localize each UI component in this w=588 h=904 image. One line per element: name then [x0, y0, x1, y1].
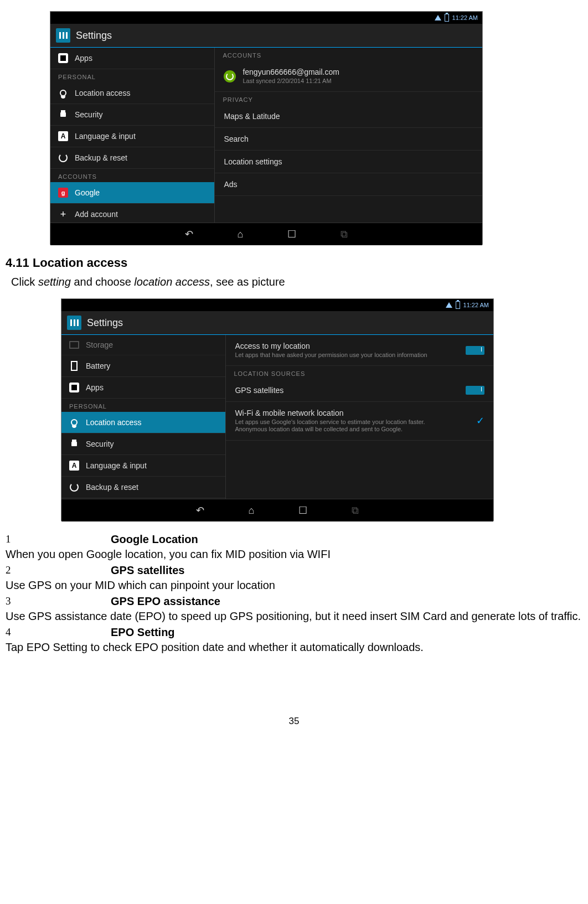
app-bar: Settings: [50, 24, 482, 48]
sidebar-item-location-access[interactable]: Location access: [50, 82, 214, 104]
list-desc: Use GPS on your MID which can pinpoint y…: [6, 578, 582, 593]
list-number: 2: [6, 563, 111, 578]
status-bar: 11:22 AM: [61, 299, 493, 311]
row-subtitle: Let apps use Google's location service t…: [235, 419, 434, 433]
row-access-location[interactable]: Access to my location Let apps that have…: [226, 335, 493, 366]
back-button[interactable]: ↶: [196, 504, 204, 516]
lock-icon: [69, 439, 79, 449]
backup-icon: [69, 482, 79, 492]
sidebar-item-backup[interactable]: Backup & reset: [61, 477, 225, 498]
plus-icon: [58, 209, 68, 219]
instruction-list: 1Google Location When you open Google lo…: [6, 532, 582, 655]
sidebar-item-label: Security: [75, 110, 103, 119]
list-desc: Tap EPO Setting to check EPO position da…: [6, 640, 582, 655]
settings-sidebar: Storage Battery Apps PERSONAL Location a…: [61, 335, 226, 499]
sidebar-item-label: Google: [75, 188, 100, 197]
language-icon: [58, 131, 68, 141]
list-number: 4: [6, 625, 111, 640]
switch-on[interactable]: [466, 346, 484, 355]
apps-icon: [58, 53, 68, 63]
sidebar-item-storage[interactable]: Storage: [61, 335, 225, 355]
settings-icon: [67, 316, 81, 330]
sidebar-item-location-access[interactable]: Location access: [61, 412, 225, 433]
sidebar-item-google[interactable]: Google: [50, 182, 214, 204]
home-button[interactable]: ⌂: [249, 505, 255, 516]
settings-sidebar: Apps PERSONAL Location access Security L…: [50, 48, 215, 223]
lock-icon: [58, 110, 68, 120]
recent-button[interactable]: ☐: [298, 504, 307, 516]
page-number: 35: [6, 716, 582, 727]
row-title: GPS satellites: [235, 386, 283, 395]
sidebar-item-language[interactable]: Language & input: [50, 126, 214, 147]
switch-on[interactable]: [466, 386, 484, 395]
backup-icon: [58, 153, 68, 163]
sync-icon: [224, 70, 236, 82]
list-desc: Use GPS assistance date (EPO) to speed u…: [6, 609, 582, 624]
sidebar-category-accounts: ACCOUNTS: [61, 498, 225, 499]
detail-pane: ACCOUNTS fengyun666666@gmail.com Last sy…: [215, 48, 482, 223]
row-gps[interactable]: GPS satellites: [226, 379, 493, 402]
list-number: 3: [6, 594, 111, 609]
row-ads[interactable]: Ads: [215, 173, 482, 196]
section-heading: 4.11 Location access: [6, 256, 582, 270]
row-location-settings[interactable]: Location settings: [215, 151, 482, 173]
row-maps[interactable]: Maps & Latitude: [215, 105, 482, 128]
sidebar-category-personal: PERSONAL: [50, 69, 214, 82]
detail-category-privacy: PRIVACY: [215, 92, 482, 105]
screenshot-button[interactable]: ⧉: [352, 505, 359, 516]
battery-icon: [456, 301, 460, 309]
screenshot-google-account: 11:22 AM Settings Apps PERSONAL Location…: [50, 11, 483, 245]
sidebar-item-apps[interactable]: Apps: [50, 48, 214, 69]
storage-icon: [69, 341, 79, 349]
sidebar-category-accounts: ACCOUNTS: [50, 169, 214, 182]
sidebar-item-label: Battery: [86, 361, 110, 370]
list-number: 1: [6, 532, 111, 547]
screenshot-location-access: 11:22 AM Settings Storage Battery Apps P…: [61, 298, 494, 521]
sidebar-item-label: Apps: [75, 54, 92, 63]
screenshot-button[interactable]: ⧉: [341, 229, 348, 240]
row-subtitle: Let apps that have asked your permission…: [235, 352, 427, 359]
sidebar-item-backup[interactable]: Backup & reset: [50, 147, 214, 169]
account-sync-info: Last synced 2/20/2014 11:21 AM: [243, 78, 339, 85]
sidebar-item-security[interactable]: Security: [50, 104, 214, 126]
location-icon: [58, 88, 68, 98]
row-search[interactable]: Search: [215, 128, 482, 151]
sidebar-item-label: Location access: [86, 418, 141, 427]
list-title: EPO Setting: [111, 625, 175, 640]
check-icon[interactable]: ✓: [476, 415, 484, 427]
apps-icon: [69, 383, 79, 392]
sidebar-item-label: Language & input: [75, 132, 136, 141]
sidebar-item-language[interactable]: Language & input: [61, 455, 225, 477]
detail-pane: Access to my location Let apps that have…: [226, 335, 493, 499]
sidebar-item-label: Backup & reset: [75, 153, 127, 162]
location-icon: [69, 417, 79, 427]
google-icon: [58, 188, 68, 198]
sidebar-item-apps[interactable]: Apps: [61, 377, 225, 399]
row-label: Location settings: [224, 157, 282, 166]
status-time: 11:22 AM: [452, 14, 478, 21]
list-title: GPS satellites: [111, 563, 184, 578]
recent-button[interactable]: ☐: [287, 228, 296, 240]
sidebar-item-security[interactable]: Security: [61, 433, 225, 455]
row-title: Wi-Fi & mobile network location: [235, 409, 434, 417]
account-row[interactable]: fengyun666666@gmail.com Last synced 2/20…: [215, 61, 482, 92]
wifi-icon: [435, 15, 441, 20]
status-bar: 11:22 AM: [50, 12, 482, 24]
detail-category-sources: LOCATION SOURCES: [226, 366, 493, 379]
wifi-icon: [446, 302, 452, 308]
account-email: fengyun666666@gmail.com: [243, 68, 339, 76]
sidebar-item-label: Apps: [86, 383, 104, 392]
nav-bar: ↶ ⌂ ☐ ⧉: [61, 499, 493, 521]
row-wifi-location[interactable]: Wi-Fi & mobile network location Let apps…: [226, 402, 493, 440]
sidebar-item-label: Storage: [86, 340, 113, 349]
language-icon: [69, 461, 79, 471]
sidebar-item-label: Location access: [75, 89, 130, 97]
sidebar-item-add-account[interactable]: Add account: [50, 204, 214, 223]
home-button[interactable]: ⌂: [238, 229, 244, 240]
sidebar-item-battery[interactable]: Battery: [61, 355, 225, 377]
status-time: 11:22 AM: [463, 302, 489, 308]
battery-icon: [445, 14, 449, 22]
row-label: Ads: [224, 180, 237, 189]
sidebar-item-label: Add account: [75, 210, 118, 219]
back-button[interactable]: ↶: [185, 228, 193, 240]
